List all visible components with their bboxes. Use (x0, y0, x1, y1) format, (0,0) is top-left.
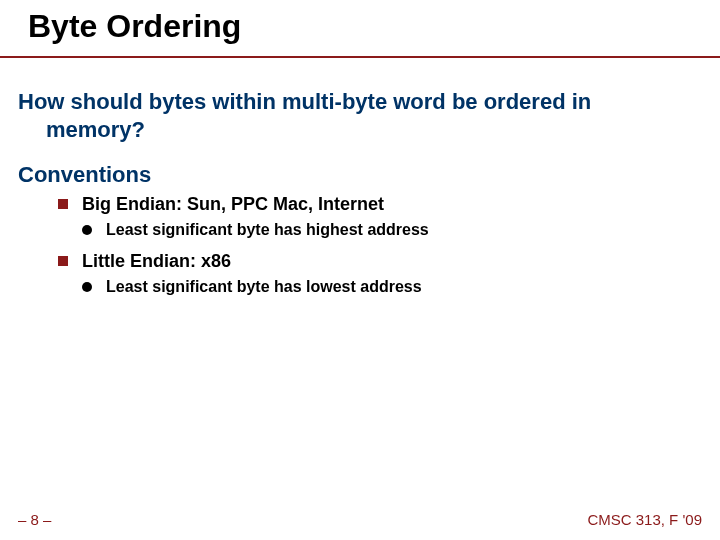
page-number: – 8 – (18, 511, 51, 528)
bullet-little-endian: Little Endian: x86 (58, 251, 678, 272)
sub-bullet-big-endian: Least significant byte has highest addre… (82, 221, 678, 239)
slide: Byte Ordering How should bytes within mu… (0, 0, 720, 540)
bullet-list: Big Endian: Sun, PPC Mac, Internet Least… (58, 194, 678, 308)
sub-bullet-label: Least significant byte has lowest addres… (106, 278, 422, 295)
bullet-label: Little Endian: x86 (82, 251, 231, 271)
sub-bullet-little-endian: Least significant byte has lowest addres… (82, 278, 678, 296)
question-text: How should bytes within multi-byte word … (18, 88, 698, 143)
bullet-big-endian: Big Endian: Sun, PPC Mac, Internet (58, 194, 678, 215)
question-line1: How should bytes within multi-byte word … (18, 89, 591, 114)
section-conventions: Conventions (18, 162, 151, 188)
question-line2: memory? (18, 116, 698, 144)
page-title: Byte Ordering (28, 8, 241, 45)
title-underline (0, 56, 720, 58)
course-label: CMSC 313, F '09 (587, 511, 702, 528)
bullet-label: Big Endian: Sun, PPC Mac, Internet (82, 194, 384, 214)
sub-bullet-label: Least significant byte has highest addre… (106, 221, 429, 238)
